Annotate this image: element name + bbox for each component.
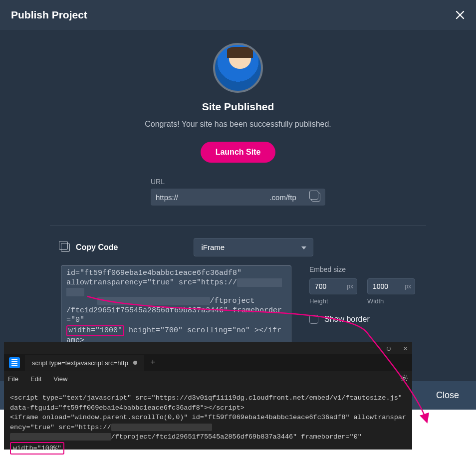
show-border-label: Show border: [324, 315, 370, 324]
code-section-header: Copy Code iFrame: [61, 238, 415, 256]
close-icon[interactable]: ✕: [404, 345, 407, 352]
close-icon[interactable]: [455, 10, 465, 20]
editor-titlebar: — ▢ ✕: [4, 342, 412, 354]
editor-content[interactable]: <script type="text/javascript" src="http…: [4, 386, 412, 456]
code-line: allowtransparency="true" src="https://xx…: [66, 278, 286, 297]
show-border-row: Show border: [309, 315, 415, 324]
svg-point-0: [403, 377, 405, 379]
code-row: id="ft59ff069eba1e4babbc1eace6fc36adf8" …: [61, 265, 415, 349]
minimize-icon[interactable]: —: [370, 345, 374, 352]
show-border-checkbox[interactable]: [309, 315, 318, 324]
tab-title: script type=textjavascript src=http: [32, 359, 128, 367]
text-editor-window: — ▢ ✕ script type=textjavascript src=htt…: [4, 342, 412, 450]
code-line: <iframe onload="window.parent.scrollTo(0…: [10, 414, 406, 441]
width-highlight: width="1000": [66, 325, 124, 337]
embed-type-select-wrap: iFrame: [194, 238, 313, 256]
site-published-heading: Site Published: [11, 101, 465, 113]
document-icon: [9, 357, 20, 368]
launch-site-button[interactable]: Launch Site: [201, 142, 276, 163]
embed-type-select[interactable]: iFrame: [194, 238, 313, 256]
url-row: [151, 189, 325, 206]
embed-code-box[interactable]: id="ft59ff069eba1e4babbc1eace6fc36adf8" …: [61, 265, 291, 349]
embed-inputs: px Height px Width: [309, 278, 415, 305]
avatar: [213, 43, 263, 93]
code-line: xxxxxxxxxxxxxxxxxxxxxxxxx/ftproject: [66, 297, 286, 306]
px-label: px: [347, 283, 353, 290]
menu-edit[interactable]: Edit: [30, 375, 41, 383]
url-input[interactable]: [156, 193, 311, 202]
modal-header: Publish Project: [0, 0, 476, 30]
px-label: px: [405, 283, 411, 290]
height-input-wrap: px: [309, 278, 357, 294]
copy-icon[interactable]: [311, 193, 320, 202]
copy-code-text: Copy Code: [76, 243, 118, 252]
new-tab-button[interactable]: +: [145, 358, 161, 368]
copy-icon[interactable]: [61, 243, 70, 252]
copy-code-label: Copy Code: [61, 243, 118, 252]
editor-tabs: script type=textjavascript src=http +: [4, 354, 412, 371]
editor-tab[interactable]: script type=textjavascript src=http: [25, 355, 144, 371]
gear-icon[interactable]: [400, 374, 408, 384]
congrats-text: Congrats! Your site has been successfull…: [11, 120, 465, 129]
height-col: px Height: [309, 278, 357, 305]
width-label: Width: [367, 297, 415, 305]
embed-size-label: Embed size: [309, 265, 415, 273]
close-button[interactable]: Close: [436, 390, 459, 400]
width-input-wrap: px: [367, 278, 415, 294]
modal-title: Publish Project: [11, 9, 87, 21]
modal-body: Site Published Congrats! Your site has b…: [0, 30, 476, 381]
width-highlight-target: width="100%": [10, 442, 64, 455]
unsaved-dot-icon: [133, 361, 137, 365]
code-line: <script type="text/javascript" src="http…: [10, 394, 406, 412]
url-label: URL: [151, 178, 325, 186]
code-line: /ftc1d29651f75545a2856df69b837a3446" fra…: [66, 306, 286, 325]
menu-file[interactable]: File: [8, 375, 18, 383]
width-col: px Width: [367, 278, 415, 305]
height-label: Height: [309, 297, 357, 305]
editor-menu: File Edit View: [4, 371, 412, 386]
divider: [50, 226, 426, 226]
embed-size-panel: Embed size px Height px: [309, 265, 415, 324]
menu-view[interactable]: View: [53, 375, 67, 383]
code-line: id="ft59ff069eba1e4babbc1eace6fc36adf8": [66, 269, 286, 278]
url-block: URL: [151, 178, 325, 206]
maximize-icon[interactable]: ▢: [387, 345, 391, 352]
